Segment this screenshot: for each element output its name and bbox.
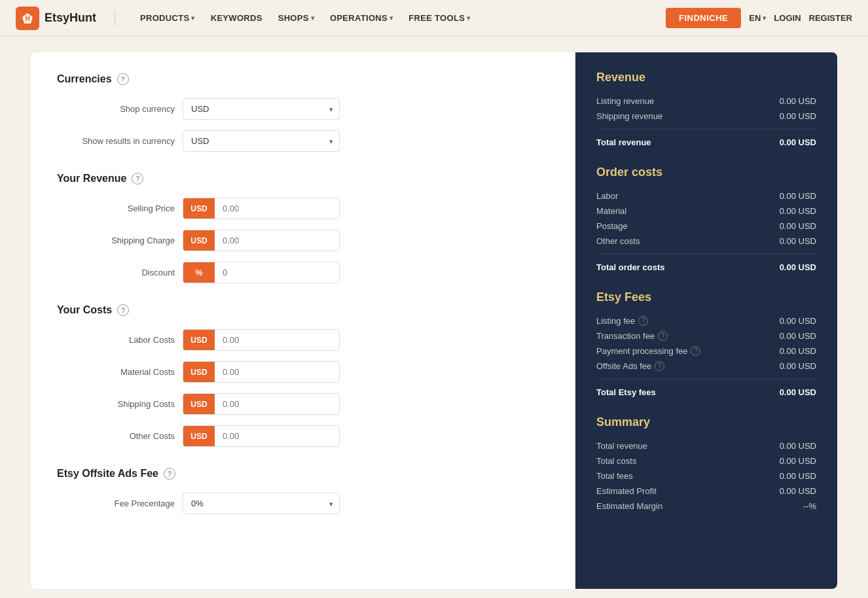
chevron-down-icon: ▾ (311, 14, 314, 22)
logo-icon: H (16, 7, 39, 30)
offsite-ads-title: Etsy Offsite Ads Fee ? (57, 468, 549, 480)
summary-total-revenue-row: Total revenue 0.00 USD (596, 438, 816, 453)
costs-title: Your Costs ? (57, 304, 549, 316)
total-etsy-fees-label: Total Etsy fees (596, 387, 656, 397)
shipping-costs-row: Shipping Costs USD (57, 393, 549, 415)
total-revenue-row: Total revenue 0.00 USD (596, 135, 816, 150)
labor-row: Labor 0.00 USD (596, 188, 816, 203)
shipping-charge-input-group: USD (183, 230, 340, 251)
order-costs-divider (596, 254, 816, 255)
labor-costs-input-group: USD (183, 329, 340, 351)
svg-text:H: H (25, 15, 29, 22)
payment-processing-fee-label: Payment processing fee ? (596, 346, 700, 356)
other-costs-input[interactable] (215, 426, 339, 446)
selling-price-label: Selling Price (57, 203, 175, 213)
show-results-select-wrap: USD EUR GBP ▾ (183, 130, 340, 152)
labor-costs-prefix: USD (183, 330, 215, 350)
total-revenue-label: Total revenue (596, 137, 651, 147)
material-costs-prefix: USD (183, 362, 215, 382)
material-costs-input[interactable] (215, 362, 339, 382)
discount-input[interactable] (215, 262, 339, 283)
fee-percentage-label: Fee Precentage (57, 499, 175, 508)
transaction-fee-label: Transaction fee ? (596, 331, 668, 341)
shop-currency-label: Shop currency (57, 104, 175, 114)
etsy-fees-divider (596, 379, 816, 379)
costs-help-icon[interactable]: ? (117, 304, 129, 316)
shipping-charge-input[interactable] (215, 230, 339, 251)
shop-currency-select[interactable]: USD EUR GBP (183, 98, 340, 120)
estimated-profit-value: 0.00 USD (780, 486, 816, 496)
results-order-costs-section: Order costs Labor 0.00 USD Material 0.00… (596, 166, 816, 275)
offsite-ads-fee-label: Offsite Ads fee ? (596, 361, 664, 371)
summary-total-revenue-label: Total revenue (596, 441, 647, 451)
show-results-label: Show results in currency (57, 136, 175, 146)
shipping-charge-label: Shipping Charge (57, 236, 175, 245)
summary-total-costs-row: Total costs 0.00 USD (596, 453, 816, 468)
listing-fee-value: 0.00 USD (780, 316, 816, 326)
other-costs-result-value: 0.00 USD (780, 236, 816, 246)
summary-total-fees-label: Total fees (596, 471, 633, 481)
nav-products[interactable]: PRODUCTS ▾ (134, 9, 202, 27)
shipping-costs-input[interactable] (215, 394, 339, 414)
discount-row: Discount % (57, 262, 549, 283)
total-revenue-value: 0.00 USD (780, 137, 816, 147)
results-summary-section: Summary Total revenue 0.00 USD Total cos… (596, 415, 816, 514)
nav-keywords[interactable]: KEYWORDS (204, 9, 269, 27)
show-results-row: Show results in currency USD EUR GBP ▾ (57, 130, 549, 152)
labor-label: Labor (596, 191, 618, 201)
estimated-margin-label: Estimated Margin (596, 501, 662, 511)
payment-processing-fee-help-icon[interactable]: ? (691, 346, 700, 356)
chevron-down-icon: ▾ (389, 14, 393, 22)
results-summary-title: Summary (596, 415, 816, 429)
postage-value: 0.00 USD (780, 221, 816, 231)
shipping-revenue-label: Shipping revenue (596, 111, 662, 121)
fee-percentage-select[interactable]: 0% 12% 15% (183, 493, 340, 514)
estimated-profit-label: Estimated Profit (596, 486, 657, 496)
selling-price-input-group: USD (183, 198, 340, 219)
offsite-ads-fee-help-icon[interactable]: ? (655, 361, 664, 371)
show-results-select[interactable]: USD EUR GBP (183, 130, 340, 152)
material-costs-row: Material Costs USD (57, 361, 549, 383)
offsite-ads-fee-value: 0.00 USD (780, 361, 816, 371)
estimated-margin-row: Estimated Margin --% (596, 499, 816, 514)
register-button[interactable]: REGISTER (809, 13, 852, 23)
listing-fee-help-icon[interactable]: ? (638, 316, 648, 326)
revenue-section: Your Revenue ? Selling Price USD Shippin… (57, 173, 549, 283)
other-costs-input-group: USD (183, 425, 340, 447)
shop-currency-select-wrap: USD EUR GBP ▾ (183, 98, 340, 120)
nav-right: FINDNICHE EN ▾ LOGIN REGISTER (666, 8, 852, 28)
revenue-help-icon[interactable]: ? (132, 173, 143, 185)
login-button[interactable]: LOGIN (774, 13, 801, 23)
estimated-profit-row: Estimated Profit 0.00 USD (596, 484, 816, 499)
language-selector[interactable]: EN ▾ (749, 13, 766, 23)
offsite-ads-help-icon[interactable]: ? (164, 468, 175, 480)
offsite-ads-section: Etsy Offsite Ads Fee ? Fee Precentage 0%… (57, 468, 549, 514)
total-order-costs-value: 0.00 USD (780, 262, 816, 272)
discount-prefix: % (183, 262, 215, 283)
payment-processing-fee-row: Payment processing fee ? 0.00 USD (596, 343, 816, 359)
summary-total-costs-value: 0.00 USD (780, 456, 816, 466)
nav-free-tools[interactable]: FREE TOOLS ▾ (402, 9, 477, 27)
labor-costs-input[interactable] (215, 330, 339, 350)
summary-total-revenue-value: 0.00 USD (780, 441, 816, 451)
nav-shops[interactable]: SHOPS ▾ (272, 9, 321, 27)
shipping-revenue-value: 0.00 USD (780, 111, 816, 121)
postage-row: Postage 0.00 USD (596, 219, 816, 234)
shipping-charge-prefix: USD (183, 230, 215, 251)
shop-currency-row: Shop currency USD EUR GBP ▾ (57, 98, 549, 120)
other-costs-result-row: Other costs 0.00 USD (596, 234, 816, 249)
nav-operations[interactable]: OPERATIONS ▾ (323, 9, 399, 27)
transaction-fee-help-icon[interactable]: ? (658, 331, 668, 341)
right-panel: Revenue Listing revenue 0.00 USD Shippin… (575, 52, 837, 589)
selling-price-input[interactable] (215, 198, 339, 219)
transaction-fee-row: Transaction fee ? 0.00 USD (596, 328, 816, 343)
currencies-help-icon[interactable]: ? (117, 73, 129, 85)
total-etsy-fees-value: 0.00 USD (780, 387, 816, 397)
logo[interactable]: H EtsyHunt (16, 7, 96, 30)
other-costs-prefix: USD (183, 426, 215, 446)
other-costs-label: Other Costs (57, 431, 175, 441)
selling-price-prefix: USD (183, 198, 215, 219)
findniche-button[interactable]: FINDNICHE (666, 8, 741, 28)
navbar: H EtsyHunt PRODUCTS ▾ KEYWORDS SHOPS ▾ O… (0, 0, 868, 37)
other-costs-result-label: Other costs (596, 236, 640, 246)
